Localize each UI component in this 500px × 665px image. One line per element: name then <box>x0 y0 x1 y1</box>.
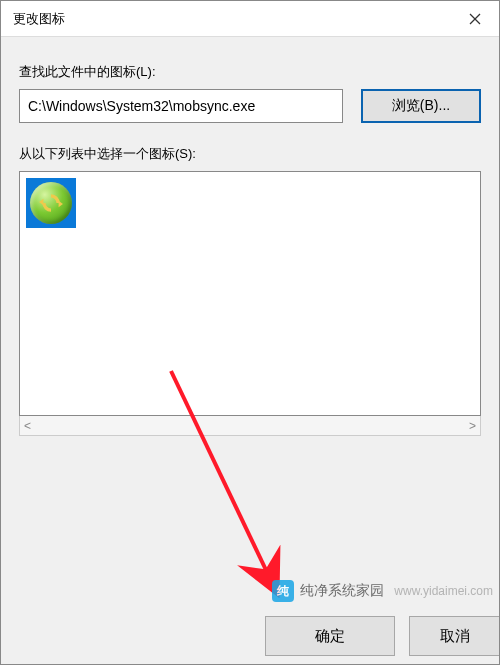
watermark-text-url: www.yidaimei.com <box>394 584 493 598</box>
ok-button[interactable]: 确定 <box>265 616 395 656</box>
close-icon <box>469 13 481 25</box>
titlebar: 更改图标 <box>1 1 499 37</box>
icon-list[interactable] <box>19 171 481 416</box>
look-for-icons-label: 查找此文件中的图标(L): <box>19 63 481 81</box>
select-icon-label: 从以下列表中选择一个图标(S): <box>19 145 481 163</box>
dialog-content: 查找此文件中的图标(L): 浏览(B)... 从以下列表中选择一个图标(S): … <box>1 37 499 436</box>
watermark-text-cn: 纯净系统家园 <box>300 582 384 600</box>
scroll-right-icon[interactable]: > <box>469 419 476 433</box>
icon-path-input[interactable] <box>19 89 343 123</box>
close-button[interactable] <box>451 1 499 37</box>
sync-icon <box>30 182 72 224</box>
icon-list-hscroll[interactable]: < > <box>19 416 481 436</box>
icon-item-sync[interactable] <box>26 178 76 228</box>
svg-marker-2 <box>59 201 63 208</box>
dialog-buttons: 确定 取消 <box>265 616 499 656</box>
watermark: 纯 纯净系统家园 www.yidaimei.com <box>272 580 493 602</box>
watermark-logo: 纯 <box>272 580 294 602</box>
change-icon-dialog: 更改图标 查找此文件中的图标(L): 浏览(B)... 从以下列表中选择一个图标… <box>0 0 500 665</box>
cancel-button[interactable]: 取消 <box>409 616 499 656</box>
scroll-left-icon[interactable]: < <box>24 419 31 433</box>
path-row: 浏览(B)... <box>19 89 481 123</box>
browse-button[interactable]: 浏览(B)... <box>361 89 481 123</box>
window-title: 更改图标 <box>13 10 65 28</box>
svg-marker-3 <box>39 199 43 206</box>
